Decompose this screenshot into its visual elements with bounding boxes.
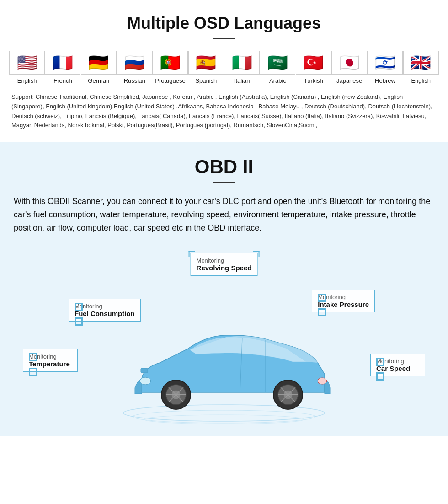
flag-emoji-7: 🇸🇦 <box>260 51 295 75</box>
flag-label-7: Arabic <box>269 77 286 84</box>
obd-divider <box>213 182 235 183</box>
flag-item-german-2: 🇩🇪 German <box>81 51 117 84</box>
monitor-revolving: Monitoring Revolving Speed <box>191 253 258 276</box>
flag-emoji-8: 🇹🇷 <box>296 51 331 75</box>
flag-emoji-2: 🇩🇪 <box>81 51 117 75</box>
flag-label-8: Turkish <box>304 77 323 84</box>
svg-point-5 <box>140 377 151 385</box>
obd-title: OBD II <box>14 156 434 178</box>
flag-emoji-5: 🇪🇸 <box>188 51 224 75</box>
flag-label-2: German <box>88 77 109 84</box>
monitor-fuel-sub: Monitoring <box>75 303 102 310</box>
monitor-temp: Monitoring Temperature <box>23 349 78 372</box>
flag-item-hebrew-10: 🇮🇱 Hebrew <box>367 51 403 84</box>
flag-item-japanese-9: 🇯🇵 Japanese <box>331 51 367 84</box>
flag-item-russian-3: 🇷🇺 Russian <box>117 51 152 84</box>
monitor-temp-sub: Monitoring <box>29 353 57 360</box>
svg-point-2 <box>144 415 304 424</box>
monitor-temp-main: Temperature <box>29 360 72 368</box>
title-divider <box>213 38 235 39</box>
flag-item-french-1: 🇫🇷 French <box>45 51 80 84</box>
flag-emoji-9: 🇯🇵 <box>331 51 367 75</box>
support-text: Support: Chinese Traditional, Chinese Si… <box>9 88 439 133</box>
flag-label-11: English <box>411 77 431 84</box>
flag-item-spanish-5: 🇪🇸 Spanish <box>188 51 224 84</box>
flag-emoji-4: 🇵🇹 <box>152 51 188 75</box>
flag-item-italian-6: 🇮🇹 Italian <box>224 51 260 84</box>
flag-item-protuguese-4: 🇵🇹 Protuguese <box>152 51 188 84</box>
flag-label-3: Russian <box>124 77 145 84</box>
obd-section: OBD II With this OBDII Scanner, you can … <box>0 142 448 435</box>
flag-emoji-10: 🇮🇱 <box>367 51 403 75</box>
flag-emoji-3: 🇷🇺 <box>117 51 152 75</box>
flag-item-turkish-8: 🇹🇷 Turkish <box>296 51 331 84</box>
flag-label-6: Italian <box>234 77 250 84</box>
svg-rect-21 <box>141 368 148 373</box>
flags-row: 🇺🇸 English 🇫🇷 French 🇩🇪 German 🇷🇺 Russia… <box>9 51 439 84</box>
monitor-revolving-main: Revolving Speed <box>197 264 252 272</box>
flag-label-0: English <box>17 77 37 84</box>
obd-description: With this OBDII Scanner, you can connect… <box>14 195 434 234</box>
flag-label-5: Spanish <box>195 77 217 84</box>
flag-label-1: French <box>53 77 72 84</box>
flag-item-english-11: 🇬🇧 English <box>403 51 439 84</box>
flag-emoji-1: 🇫🇷 <box>45 51 80 75</box>
monitor-carspeed: Monitoring Car Speed <box>370 354 425 376</box>
flag-emoji-11: 🇬🇧 <box>403 51 439 75</box>
flag-emoji-6: 🇮🇹 <box>224 51 260 75</box>
flag-item-arabic-7: 🇸🇦 Arabic <box>260 51 295 84</box>
flag-emoji-0: 🇺🇸 <box>9 51 45 75</box>
flag-item-english-0: 🇺🇸 English <box>9 51 45 84</box>
flag-label-9: Japanese <box>336 77 362 84</box>
monitor-revolving-sub: Monitoring <box>197 257 224 264</box>
flag-label-4: Protuguese <box>155 77 186 84</box>
languages-title: Multiple OSD Languages <box>9 14 439 33</box>
flag-label-10: Hebrew <box>375 77 395 84</box>
car-illustration <box>114 299 334 427</box>
svg-point-6 <box>318 378 327 384</box>
monitor-carspeed-main: Car Speed <box>376 365 419 372</box>
monitor-carspeed-sub: Monitoring <box>376 358 404 365</box>
languages-section: Multiple OSD Languages 🇺🇸 English 🇫🇷 Fre… <box>0 0 448 142</box>
car-diagram: Monitoring Revolving Speed Monitoring Fu… <box>14 244 434 436</box>
